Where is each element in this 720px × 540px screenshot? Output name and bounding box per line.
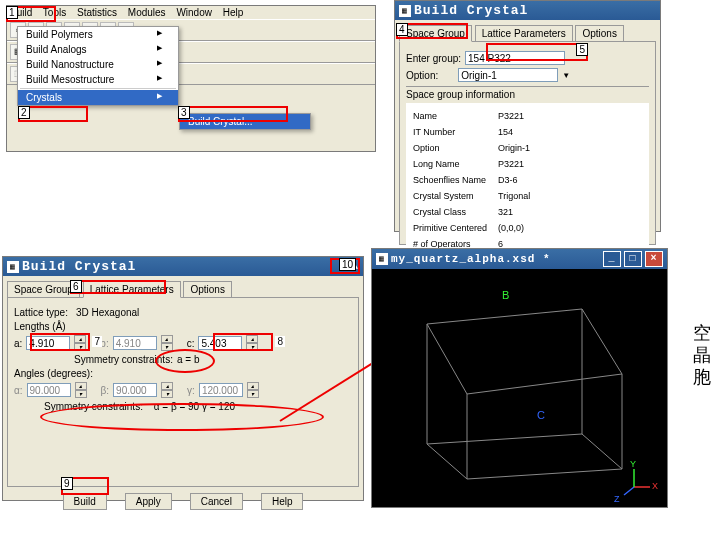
lp-panel: Lattice type:3D Hexagonal Lengths (Å) a:…	[7, 297, 359, 487]
tab-space-group[interactable]: Space Group	[7, 281, 80, 297]
window-icon: ▦	[376, 253, 388, 265]
tab-options[interactable]: Options	[183, 281, 231, 297]
cjk-label: 空晶胞	[693, 322, 711, 388]
gamma-input	[199, 383, 243, 397]
maximize-button[interactable]: □	[624, 251, 642, 267]
title-bar: ▦Build Crystal▲	[3, 257, 363, 276]
window-icon: ▦	[7, 261, 19, 273]
axis-z-label: Z	[614, 494, 620, 504]
menu-build-mesostructure[interactable]: Build Mesostructure	[18, 72, 178, 87]
callout-3: 3	[178, 106, 190, 119]
enter-group-label: Enter group:	[406, 53, 461, 64]
build-submenu: Build Polymers Build Analogs Build Nanos…	[17, 26, 179, 106]
callout-5: 5	[576, 43, 588, 56]
option-select[interactable]	[458, 68, 558, 82]
lattice-type-value: 3D Hexagonal	[76, 307, 139, 318]
svg-marker-0	[427, 309, 622, 394]
button-row: Build Apply Cancel Help	[3, 487, 363, 516]
3d-viewer[interactable]: B C X Y Z	[372, 269, 667, 507]
build-button[interactable]: Build	[63, 493, 107, 510]
apply-button[interactable]: Apply	[125, 493, 172, 510]
callout-4: 4	[396, 23, 408, 36]
window-icon: ▦	[399, 5, 411, 17]
svg-line-8	[624, 487, 634, 495]
red-oval-ab	[155, 349, 215, 373]
window-title: Build Crystal	[22, 259, 136, 274]
close-button[interactable]: ×	[645, 251, 663, 267]
option-label: Option:	[406, 70, 438, 81]
unit-cell-cube	[372, 269, 665, 507]
c-label: c:	[187, 338, 195, 349]
menu-statistics[interactable]: Statistics	[77, 7, 117, 18]
callout-8: 8	[275, 336, 285, 347]
viewer-title: my_quartz_alpha.xsd *	[391, 253, 551, 265]
alpha-input	[27, 383, 71, 397]
window-title: Build Crystal	[414, 3, 528, 18]
callout-1: 1	[6, 6, 18, 19]
beta-input	[113, 383, 157, 397]
help-button[interactable]: Help	[261, 493, 304, 510]
b-input	[113, 336, 157, 350]
sg-info-table: NameP3221 IT Number154 OptionOrigin-1 Lo…	[410, 107, 533, 253]
title-bar: ▦ my_quartz_alpha.xsd * _ □ ×	[372, 249, 667, 269]
callout-10: 10	[339, 258, 356, 271]
menu-crystals[interactable]: Crystals	[18, 90, 178, 105]
beta-spinner: ▴▾	[161, 382, 173, 398]
minimize-button[interactable]: _	[603, 251, 621, 267]
menu-bar: Build Tools Statistics Modules Window He…	[7, 6, 375, 19]
tab-lattice-parameters[interactable]: Lattice Parameters	[475, 25, 573, 41]
sg-panel: Enter group: Option:▼ Space group inform…	[399, 41, 656, 245]
lattice-type-label: Lattice type:	[14, 307, 68, 318]
menu-help[interactable]: Help	[223, 7, 244, 18]
beta-label: β:	[101, 385, 110, 396]
cancel-button[interactable]: Cancel	[190, 493, 243, 510]
axis-y-label: Y	[630, 459, 636, 469]
axis-c-label: C	[537, 409, 545, 421]
menu-modules[interactable]: Modules	[128, 7, 166, 18]
lengths-header: Lengths (Å)	[14, 321, 352, 332]
menu-build-nanostructure[interactable]: Build Nanostructure	[18, 57, 178, 72]
title-bar: ▦Build Crystal	[395, 1, 660, 20]
build-crystal-lp-window: ▦Build Crystal▲ Space Group Lattice Para…	[2, 256, 364, 501]
alpha-label: α:	[14, 385, 23, 396]
info-header: Space group information	[406, 89, 649, 100]
callout-7: 7	[92, 336, 102, 347]
viewer-window: ▦ my_quartz_alpha.xsd * _ □ × B C X Y	[371, 248, 668, 508]
tabs: Space Group Lattice Parameters Options	[3, 276, 363, 297]
menu-build-polymers[interactable]: Build Polymers	[18, 27, 178, 42]
gamma-label: γ:	[187, 385, 195, 396]
gamma-spinner: ▴▾	[247, 382, 259, 398]
b-spinner: ▴▾	[161, 335, 173, 351]
axis-b-label: B	[502, 289, 509, 301]
a-label: a:	[14, 338, 22, 349]
callout-2: 2	[18, 106, 30, 119]
axis-x-label: X	[652, 481, 658, 491]
red-oval-angles	[40, 403, 324, 431]
menu-window[interactable]: Window	[176, 7, 212, 18]
callout-6: 6	[70, 280, 82, 293]
svg-marker-1	[427, 434, 622, 479]
alpha-spinner: ▴▾	[75, 382, 87, 398]
main-app-window: Build Tools Statistics Modules Window He…	[6, 5, 376, 152]
menu-build-analogs[interactable]: Build Analogs	[18, 42, 178, 57]
tab-options[interactable]: Options	[575, 25, 623, 41]
callout-9: 9	[61, 477, 73, 490]
